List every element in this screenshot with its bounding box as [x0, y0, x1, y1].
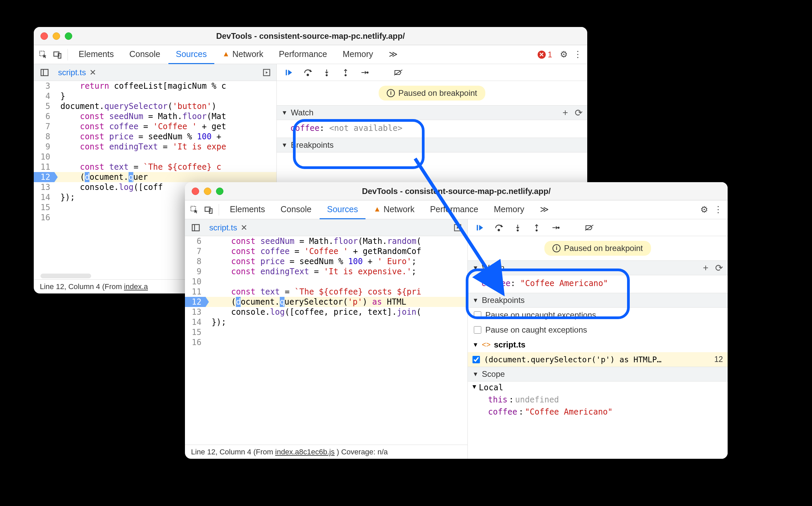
scope-section-header[interactable]: ▼Scope — [468, 367, 728, 382]
tab-performance[interactable]: Performance — [271, 45, 334, 64]
titlebar: DevTools - consistent-source-map-pc.netl… — [34, 27, 587, 45]
breakpoints-section-header[interactable]: ▼Breakpoints — [468, 293, 728, 308]
horizontal-scrollbar[interactable] — [40, 274, 91, 278]
svg-point-7 — [307, 74, 309, 76]
scope-local[interactable]: ▼Local — [468, 382, 728, 394]
maximize-window-button[interactable] — [65, 32, 72, 40]
tab-network[interactable]: ▲Network — [366, 200, 422, 219]
step-over-icon[interactable] — [302, 67, 313, 78]
debugger-panel: iPaused on breakpoint ▼Watch+⟳ coffee: "… — [468, 219, 728, 459]
code-editor[interactable]: 678910111213141516 const seedNum = Math.… — [185, 236, 467, 445]
tab-memory[interactable]: Memory — [486, 200, 532, 219]
breakpoint-entry[interactable]: (document.querySelector('p') as HTMLP…12 — [468, 352, 728, 367]
close-window-button[interactable] — [40, 32, 48, 40]
debugger-toolbar — [277, 64, 587, 81]
step-icon[interactable] — [550, 222, 561, 233]
file-type-icon: <> — [482, 340, 491, 349]
chevron-down-icon: ▼ — [281, 142, 288, 149]
close-tab-icon[interactable]: ✕ — [241, 223, 247, 232]
inspect-icon[interactable] — [36, 48, 50, 61]
error-count-badge[interactable]: ✕1 — [538, 50, 552, 59]
scope-variable-this[interactable]: this: undefined — [468, 394, 728, 406]
step-over-icon[interactable] — [493, 222, 504, 233]
tab-sources[interactable]: Sources — [320, 200, 366, 219]
debugger-toolbar — [468, 219, 728, 236]
pause-uncaught-checkbox[interactable]: Pause on uncaught exceptions — [468, 308, 728, 322]
line-gutter[interactable]: 678910111213141516 — [185, 236, 206, 445]
traffic-lights — [40, 32, 72, 40]
inspect-icon[interactable] — [188, 203, 201, 217]
watch-expression[interactable]: coffee: <not available> — [277, 120, 587, 138]
minimize-window-button[interactable] — [204, 188, 211, 195]
source-map-link[interactable]: index.a — [124, 282, 148, 291]
settings-icon[interactable]: ⚙ — [557, 48, 570, 61]
tab-console[interactable]: Console — [122, 45, 168, 64]
resume-icon[interactable] — [475, 222, 485, 233]
settings-icon[interactable]: ⚙ — [697, 203, 711, 217]
tab-network[interactable]: ▲Network — [215, 45, 271, 64]
scope-variable-coffee[interactable]: coffee: "Coffee Americano" — [468, 406, 728, 418]
command-menu-icon[interactable] — [261, 67, 272, 78]
paused-banner: iPaused on breakpoint — [379, 86, 485, 101]
add-watch-icon[interactable]: + — [703, 262, 708, 274]
file-tabstrip: script.ts✕ — [34, 64, 276, 81]
pause-caught-checkbox[interactable]: Pause on caught exceptions — [468, 322, 728, 337]
command-menu-icon[interactable] — [452, 222, 463, 233]
svg-point-26 — [536, 230, 537, 231]
close-window-button[interactable] — [192, 188, 199, 195]
device-toggle-icon[interactable] — [51, 48, 64, 61]
file-tab-script[interactable]: script.ts✕ — [207, 223, 250, 232]
maximize-window-button[interactable] — [216, 188, 223, 195]
step-into-icon[interactable] — [512, 222, 523, 233]
more-menu-icon[interactable]: ⋮ — [571, 48, 585, 61]
svg-point-22 — [498, 229, 500, 231]
sidebar-toggle-icon[interactable] — [38, 66, 51, 79]
svg-point-28 — [558, 227, 559, 228]
svg-rect-6 — [286, 69, 287, 75]
refresh-watch-icon[interactable]: ⟳ — [715, 262, 723, 274]
source-map-link[interactable]: index.a8c1ec6b.js — [275, 448, 334, 456]
deactivate-breakpoints-icon[interactable] — [393, 67, 404, 78]
sidebar-toggle-icon[interactable] — [189, 221, 202, 234]
tab-sources[interactable]: Sources — [168, 45, 214, 64]
device-toggle-icon[interactable] — [202, 203, 215, 217]
warning-icon: ▲ — [222, 50, 230, 58]
watch-expression[interactable]: coffee: "Coffee Americano" — [468, 275, 728, 293]
svg-point-11 — [345, 75, 346, 76]
devtools-toolbar: Elements Console Sources ▲Network Perfor… — [34, 45, 587, 64]
tab-console[interactable]: Console — [273, 200, 319, 219]
tab-more[interactable]: ≫ — [533, 200, 556, 219]
step-out-icon[interactable] — [340, 67, 351, 78]
chevron-down-icon: ▼ — [472, 341, 479, 348]
devtools-toolbar: Elements Console Sources ▲Network Perfor… — [185, 200, 728, 219]
line-gutter[interactable]: 345678910111213141516 — [34, 81, 54, 273]
add-watch-icon[interactable]: + — [563, 107, 568, 118]
tab-memory[interactable]: Memory — [335, 45, 380, 64]
step-out-icon[interactable] — [531, 222, 542, 233]
step-icon[interactable] — [359, 67, 370, 78]
resume-icon[interactable] — [283, 67, 294, 78]
chevron-down-icon: ▼ — [472, 371, 479, 378]
statusbar: Line 12, Column 4 (From index.a8c1ec6b.j… — [185, 445, 467, 459]
refresh-watch-icon[interactable]: ⟳ — [575, 107, 583, 118]
breakpoints-section-header[interactable]: ▼Breakpoints — [277, 138, 587, 152]
minimize-window-button[interactable] — [53, 32, 60, 40]
separator — [67, 49, 68, 60]
separator — [219, 204, 219, 216]
watch-section-header[interactable]: ▼Watch+⟳ — [277, 105, 587, 120]
step-into-icon[interactable] — [321, 67, 332, 78]
file-tab-script[interactable]: script.ts✕ — [55, 68, 99, 77]
traffic-lights — [192, 188, 223, 195]
tab-more[interactable]: ≫ — [381, 45, 405, 64]
tab-elements[interactable]: Elements — [222, 200, 272, 219]
breakpoint-file-group[interactable]: ▼<>script.ts — [468, 337, 728, 352]
more-menu-icon[interactable]: ⋮ — [711, 203, 725, 217]
deactivate-breakpoints-icon[interactable] — [584, 222, 595, 233]
watch-section-header[interactable]: ▼Watch+⟳ — [468, 260, 728, 275]
tab-performance[interactable]: Performance — [423, 200, 486, 219]
error-icon: ✕ — [538, 51, 546, 59]
svg-point-9 — [326, 75, 327, 76]
close-tab-icon[interactable]: ✕ — [89, 68, 96, 77]
code-content[interactable]: const seedNum = Math.floor(Math.random( … — [206, 236, 467, 445]
tab-elements[interactable]: Elements — [71, 45, 121, 64]
